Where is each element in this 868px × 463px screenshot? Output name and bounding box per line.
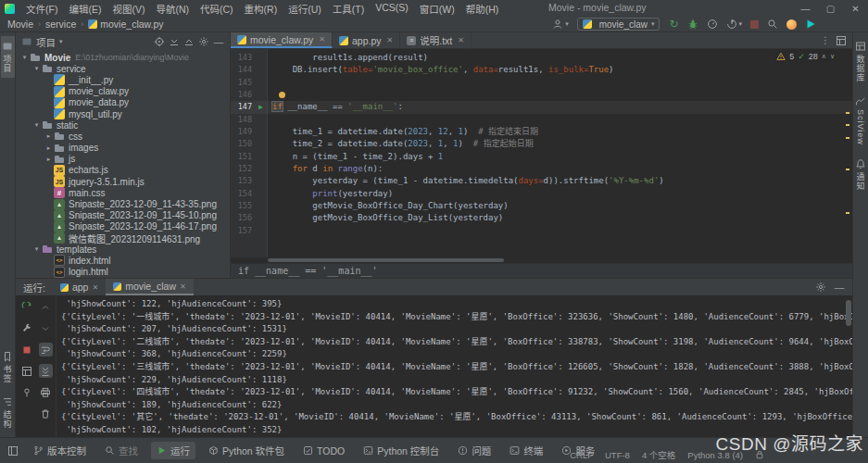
line-number[interactable]: 154 <box>231 188 255 200</box>
line-number[interactable]: 148 <box>231 114 255 126</box>
status-tool-problems[interactable]: 问题 <box>452 442 497 459</box>
close-button[interactable]: ✕ <box>843 0 868 17</box>
code-line[interactable]: 149 time_1 = datetime.date(2023, 12, 1) … <box>231 126 852 138</box>
code-line[interactable]: 146 <box>231 89 852 101</box>
project-panel-title[interactable]: 项目 <box>36 35 56 49</box>
tool-window-tab-项目[interactable]: 项目 <box>1 36 15 78</box>
print-icon[interactable] <box>39 385 53 399</box>
tool-window-tab-结构[interactable]: 结构 <box>1 392 15 433</box>
tree-item[interactable]: ▸js <box>16 154 230 165</box>
menu-item[interactable]: 运行(U) <box>283 1 327 17</box>
soft-wrap-icon[interactable] <box>39 343 53 357</box>
tree-chevron-icon[interactable]: ▸ <box>44 156 54 163</box>
close-tab-icon[interactable]: ✕ <box>319 35 325 44</box>
code-line[interactable]: 157 <box>231 225 852 237</box>
tree-item[interactable]: ▾templates <box>16 244 230 255</box>
editor-tab[interactable]: movie_claw.py✕ <box>231 32 333 48</box>
intention-bulb-icon[interactable] <box>279 92 285 98</box>
run-button[interactable]: ↻ <box>668 19 679 30</box>
status-tool-package[interactable]: Python 软件包 <box>203 442 290 459</box>
minimize-button[interactable]: — <box>793 0 818 17</box>
line-number[interactable]: 153 <box>231 175 255 187</box>
search-everywhere-icon[interactable] <box>767 19 778 30</box>
tree-item[interactable]: JSecharts.js <box>16 165 230 176</box>
run-tab[interactable]: movie_claw✕ <box>106 279 194 295</box>
prev-problem-icon[interactable]: ∧ <box>822 53 826 60</box>
editor-breadcrumb[interactable]: if __name__ == '__main__' <box>231 263 852 278</box>
breadcrumb-item[interactable]: service <box>45 19 76 30</box>
hide-run-panel-icon[interactable]: — <box>834 282 845 293</box>
menu-item[interactable]: 文件(F) <box>20 1 63 17</box>
tree-item[interactable]: <>login.html <box>16 267 230 278</box>
stop-button[interactable] <box>750 20 759 29</box>
tree-item[interactable]: ▸images <box>16 143 230 154</box>
horizontal-scrollbar[interactable] <box>231 257 852 263</box>
line-number[interactable]: 151 <box>231 151 255 163</box>
status-tool-play[interactable]: 运行 <box>151 442 195 459</box>
code-line[interactable]: 153 yesterday = (time_1 - datetime.timed… <box>231 175 852 187</box>
line-number[interactable]: 157 <box>231 225 255 237</box>
line-number[interactable]: 146 <box>231 89 255 101</box>
line-number[interactable]: 145 <box>231 77 255 89</box>
run-tab[interactable]: app✕ <box>53 279 106 295</box>
tree-item[interactable]: ▸css <box>16 131 230 142</box>
user-menu-button[interactable]: ▾ <box>552 19 569 30</box>
status-tool-terminal[interactable]: 终端 <box>504 442 548 459</box>
tree-item[interactable]: movie_claw.py <box>16 86 230 97</box>
scroll-to-end-icon[interactable] <box>39 364 53 378</box>
tree-chevron-icon[interactable]: ▾ <box>19 54 30 61</box>
coverage-button[interactable]: ▾ <box>726 19 742 30</box>
line-number[interactable]: 144 <box>231 64 255 76</box>
code-line[interactable]: 145 <box>231 77 852 89</box>
line-number[interactable]: 147 <box>231 101 255 113</box>
tree-item[interactable]: <>index.html <box>16 255 230 266</box>
close-tab-icon[interactable]: ✕ <box>387 36 394 44</box>
run-configuration-select[interactable]: movie_claw ▾ <box>577 18 660 31</box>
tree-chevron-icon[interactable]: ▾ <box>31 121 42 129</box>
tree-item[interactable]: ▾static <box>16 119 230 131</box>
profiler-button[interactable] <box>707 19 718 30</box>
code-line[interactable]: 154 print(yesterday) <box>231 188 852 200</box>
rerun-icon[interactable] <box>20 300 34 314</box>
code-line[interactable]: 147▶if __name__ == '__main__': <box>231 101 852 113</box>
code-line[interactable]: 143 result1s.append(result) <box>231 52 852 64</box>
inspection-widget[interactable]: 5 ✓ 28 ∧ ∨ <box>774 51 837 62</box>
error-stripe[interactable] <box>845 49 850 257</box>
pin-tab-icon[interactable] <box>20 385 34 399</box>
tab-options-icon[interactable]: ⋮ <box>821 35 830 45</box>
panel-settings-icon[interactable] <box>198 36 209 47</box>
next-problem-icon[interactable]: ∨ <box>830 53 835 60</box>
line-number[interactable]: 152 <box>231 163 255 175</box>
tree-item[interactable]: #main.css <box>16 187 230 198</box>
status-value[interactable]: UTF-8 <box>605 450 630 460</box>
status-tool-branch[interactable]: 版本控制 <box>28 442 92 459</box>
tree-chevron-icon[interactable]: ▸ <box>44 132 54 140</box>
menu-item[interactable]: 代码(C) <box>195 1 239 17</box>
collapse-all-icon[interactable] <box>183 36 195 47</box>
breadcrumb-item[interactable]: movie_claw.py <box>88 19 163 30</box>
tool-window-tab-SciView[interactable]: SciView <box>854 91 868 150</box>
tool-window-tab-通知[interactable]: 通知 <box>854 154 868 195</box>
tree-item[interactable]: ▴Snipaste_2023-12-09_11-43-35.png <box>16 198 230 209</box>
locate-file-icon[interactable] <box>154 36 165 47</box>
breadcrumb-item[interactable]: Movie <box>7 19 33 30</box>
menu-item[interactable]: 窗口(W) <box>414 1 460 17</box>
menu-item[interactable]: 工具(T) <box>327 1 370 17</box>
menu-item[interactable]: 视图(V) <box>107 1 150 17</box>
tree-item[interactable]: ▾MovieE:\01zhuomian\dianying\Movie <box>16 52 230 63</box>
stop-icon[interactable] <box>20 343 34 357</box>
tool-window-tab-数据库[interactable]: 数据库 <box>854 36 868 87</box>
tool-window-switcher-icon[interactable] <box>7 445 19 457</box>
console-scrollbar[interactable] <box>846 300 851 326</box>
line-number[interactable]: 149 <box>231 126 255 138</box>
line-number[interactable]: 150 <box>231 138 255 150</box>
editor-tab[interactable]: app.py✕ <box>333 32 400 48</box>
tree-item[interactable]: JSjquery-3.5.1.min.js <box>16 176 230 187</box>
menu-item[interactable]: 重构(R) <box>239 1 283 17</box>
close-tab-icon[interactable]: ✕ <box>92 283 98 292</box>
ide-features-icon[interactable] <box>805 19 816 30</box>
tree-item[interactable]: mysql_util.py <box>16 108 230 119</box>
build-settings-icon[interactable] <box>20 321 34 335</box>
project-view-dropdown[interactable]: ▾ <box>59 38 63 45</box>
tree-chevron-icon[interactable]: ▾ <box>31 65 42 72</box>
